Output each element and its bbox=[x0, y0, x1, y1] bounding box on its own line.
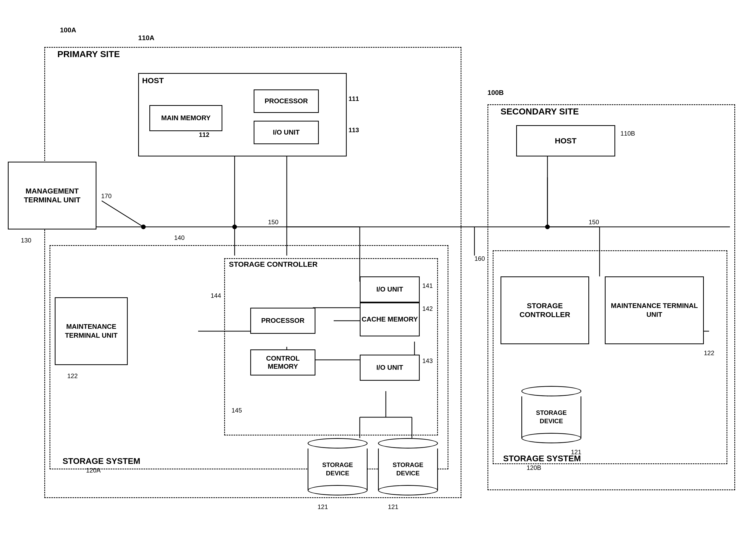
ref-111: 111 bbox=[349, 95, 359, 103]
management-terminal-box: MANAGEMENT TERMINAL UNIT bbox=[8, 162, 96, 229]
ref-110b: 110B bbox=[620, 130, 635, 137]
maintenance-terminal-a-box: MAINTENANCE TERMINAL UNIT bbox=[55, 297, 128, 365]
ref-100a: 100A bbox=[60, 26, 76, 34]
processor-sc-box: PROCESSOR bbox=[250, 308, 315, 334]
ref-140a: 140 bbox=[174, 234, 185, 241]
ref-113: 113 bbox=[349, 126, 359, 134]
ref-170: 170 bbox=[101, 192, 112, 200]
ref-122a: 122 bbox=[67, 372, 78, 380]
bus-dot-secondary bbox=[545, 225, 550, 229]
processor-box: PROCESSOR bbox=[254, 89, 319, 113]
ref-144: 144 bbox=[211, 292, 221, 299]
host-box-primary: HOST MAIN MEMORY PROCESSOR I/O UNIT 111 … bbox=[138, 73, 347, 156]
ref-143: 143 bbox=[422, 357, 433, 365]
main-memory-box: MAIN MEMORY bbox=[149, 105, 222, 131]
ref-160: 160 bbox=[474, 255, 485, 262]
io-unit-host: I/O UNIT bbox=[254, 121, 319, 144]
maintenance-terminal-b-box: MAINTENANCE TERMINAL UNIT bbox=[605, 276, 704, 344]
ref-150b: 150 bbox=[589, 219, 599, 226]
control-memory-box: CONTROL MEMORY bbox=[250, 349, 315, 376]
ref-145: 145 bbox=[231, 407, 242, 414]
diagram: 100A 110A 100B PRIMARY SITE SECONDARY SI… bbox=[0, 0, 756, 545]
ref-121a: 121 bbox=[318, 503, 328, 511]
ref-130: 130 bbox=[21, 237, 31, 244]
storage-controller-a-label: STORAGE CONTROLLER bbox=[229, 260, 318, 269]
secondary-site-label: SECONDARY SITE bbox=[501, 106, 579, 117]
io-unit-141: I/O UNIT bbox=[360, 276, 420, 302]
storage-device-a1: STORAGE DEVICE bbox=[308, 438, 368, 495]
ref-121c: 121 bbox=[571, 449, 581, 456]
ref-100b: 100B bbox=[487, 89, 504, 97]
ref-122b: 122 bbox=[704, 349, 714, 357]
host-box-secondary: HOST bbox=[516, 125, 615, 156]
primary-site-label: PRIMARY SITE bbox=[57, 49, 120, 59]
storage-system-a-label: STORAGE SYSTEM bbox=[63, 456, 140, 466]
ref-110a: 110A bbox=[138, 34, 154, 42]
storage-controller-b-box: STORAGE CONTROLLER bbox=[501, 276, 589, 344]
ref-120a: 120A bbox=[86, 467, 101, 474]
io-unit-143: I/O UNIT bbox=[360, 355, 420, 381]
ref-121b: 121 bbox=[388, 503, 398, 511]
bus-dot-primary bbox=[232, 225, 237, 229]
storage-system-b-label: STORAGE SYSTEM bbox=[503, 454, 581, 463]
ref-141: 141 bbox=[422, 282, 433, 289]
storage-device-b: STORAGE DEVICE bbox=[521, 386, 581, 443]
ref-120b: 120B bbox=[527, 464, 541, 471]
ref-112: 112 bbox=[199, 131, 209, 139]
cache-memory-box: CACHE MEMORY bbox=[360, 302, 420, 336]
ref-142: 142 bbox=[422, 305, 433, 312]
ref-150a: 150 bbox=[268, 219, 278, 226]
host-label-primary: HOST bbox=[142, 76, 164, 85]
bus-dot-mgmt bbox=[141, 225, 146, 229]
storage-device-a2: STORAGE DEVICE bbox=[378, 438, 438, 495]
